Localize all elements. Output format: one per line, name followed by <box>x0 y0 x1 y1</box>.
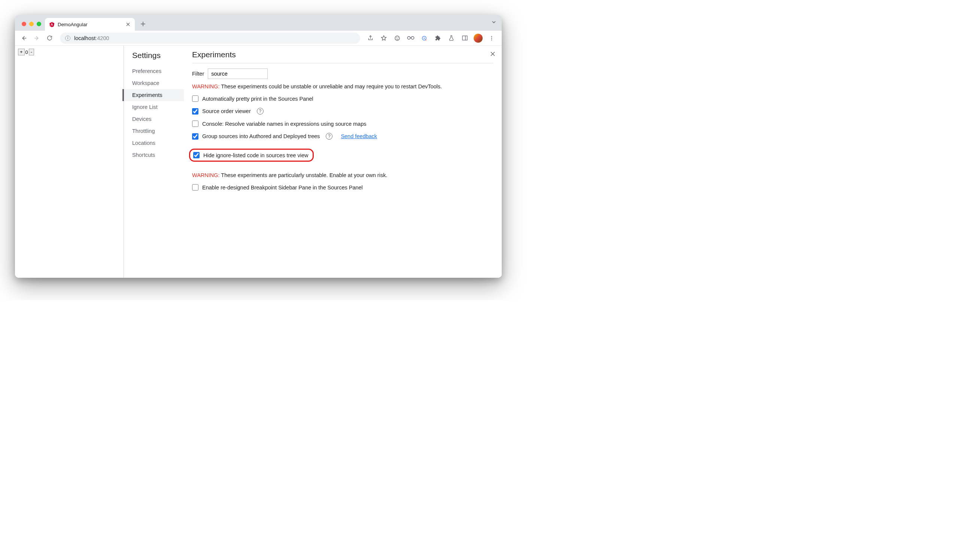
experiment-label: Group sources into Authored and Deployed… <box>202 133 320 139</box>
experiment-checkbox[interactable] <box>192 133 198 140</box>
extension-icon-1[interactable] <box>392 33 402 43</box>
filter-row: Filter <box>192 68 493 79</box>
svg-point-2 <box>398 37 398 38</box>
sidebar-item-preferences[interactable]: Preferences <box>132 65 184 77</box>
settings-sidebar-title: Settings <box>132 51 184 60</box>
increment-button[interactable]: + <box>18 49 25 55</box>
experiment-checkbox[interactable] <box>192 121 198 127</box>
counter-value: 0 <box>25 49 29 55</box>
experiment-row: Hide ignore-listed code in sources tree … <box>193 152 308 159</box>
experiment-label: Hide ignore-listed code in sources tree … <box>203 152 308 159</box>
counter-widget: + 0 - <box>18 49 34 55</box>
experiment-row: Automatically pretty print in the Source… <box>192 95 493 102</box>
window-minimize-button[interactable] <box>29 22 34 26</box>
warning-particularly-unstable-line: WARNING: These experiments are particula… <box>192 172 493 178</box>
profile-avatar[interactable] <box>473 33 483 43</box>
svg-point-6 <box>424 37 425 39</box>
url-text: localhost:4200 <box>74 35 109 41</box>
extension-icon-3[interactable] <box>419 33 429 43</box>
svg-point-10 <box>491 37 492 38</box>
experiment-row: Console: Resolve variable names in expre… <box>192 121 493 127</box>
labs-flask-icon[interactable] <box>446 33 456 43</box>
svg-rect-7 <box>462 36 467 40</box>
unstable-experiment-checkbox[interactable] <box>192 184 198 191</box>
extension-icon-2[interactable] <box>406 33 416 43</box>
experiment-row: Group sources into Authored and Deployed… <box>192 133 493 140</box>
main-area: + 0 - Settings PreferencesWorkspaceExper… <box>15 46 502 278</box>
svg-point-11 <box>491 39 492 40</box>
unstable-experiment-row: Enable re-designed Breakpoint Sidebar Pa… <box>192 184 493 191</box>
sidebar-item-throttling[interactable]: Throttling <box>132 125 184 137</box>
share-icon[interactable] <box>365 33 375 43</box>
site-info-icon[interactable]: i <box>65 36 70 41</box>
warning2-prefix: WARNING: <box>192 172 220 178</box>
highlighted-experiment: Hide ignore-listed code in sources tree … <box>189 149 314 162</box>
sidebar-item-workspace[interactable]: Workspace <box>132 77 184 89</box>
back-button[interactable] <box>19 33 29 44</box>
warning2-text: These experiments are particularly unsta… <box>220 172 387 178</box>
browser-tab[interactable]: DemoAngular <box>45 18 135 31</box>
experiment-row: Source order viewer? <box>192 108 493 115</box>
experiment-checkbox[interactable] <box>192 108 198 115</box>
sidebar-item-ignore-list[interactable]: Ignore List <box>132 101 184 113</box>
svg-point-9 <box>491 36 492 37</box>
experiment-label: Automatically pretty print in the Source… <box>202 96 313 102</box>
experiments-heading: Experiments <box>192 50 493 63</box>
address-bar[interactable]: i localhost:4200 <box>60 32 360 44</box>
decrement-button[interactable]: - <box>29 49 34 55</box>
sidebar-item-shortcuts[interactable]: Shortcuts <box>132 149 184 161</box>
help-icon[interactable]: ? <box>326 133 332 140</box>
close-tab-button[interactable] <box>125 21 131 28</box>
warning-unstable-line: WARNING: These experiments could be unst… <box>192 84 493 89</box>
window-maximize-button[interactable] <box>37 22 41 26</box>
experiment-checkbox[interactable] <box>193 152 199 159</box>
sidebar-item-locations[interactable]: Locations <box>132 137 184 149</box>
experiment-checkbox[interactable] <box>192 95 198 102</box>
page-content: + 0 - <box>15 46 123 278</box>
side-panel-icon[interactable] <box>460 33 470 43</box>
kebab-menu-icon[interactable] <box>487 33 496 43</box>
new-tab-button[interactable] <box>138 19 148 29</box>
send-feedback-link[interactable]: Send feedback <box>341 133 377 139</box>
tab-bar: DemoAngular <box>15 15 502 31</box>
window-close-button[interactable] <box>22 22 26 26</box>
sidebar-item-experiments[interactable]: Experiments <box>122 89 184 101</box>
extensions-puzzle-icon[interactable] <box>433 33 443 43</box>
settings-sidebar: Settings PreferencesWorkspaceExperiments… <box>124 46 184 278</box>
svg-point-3 <box>407 36 410 39</box>
experiment-label: Console: Resolve variable names in expre… <box>202 121 366 127</box>
url-host: localhost <box>74 35 96 41</box>
warning-text: These experiments could be unstable or u… <box>220 84 442 89</box>
settings-content: Experiments Filter WARNING: These experi… <box>184 46 502 278</box>
window-controls <box>19 22 45 31</box>
forward-button[interactable] <box>31 33 42 44</box>
browser-toolbar: i localhost:4200 <box>15 31 502 46</box>
experiment-label: Source order viewer <box>202 108 251 114</box>
svg-point-4 <box>411 36 414 39</box>
reload-button[interactable] <box>44 33 55 44</box>
tab-title: DemoAngular <box>58 22 122 28</box>
bookmark-star-icon[interactable] <box>379 33 389 43</box>
url-port: :4200 <box>96 35 109 41</box>
devtools-settings-panel: Settings PreferencesWorkspaceExperiments… <box>123 46 502 278</box>
filter-input[interactable] <box>208 68 268 79</box>
angular-icon <box>49 21 55 28</box>
unstable-experiment-label: Enable re-designed Breakpoint Sidebar Pa… <box>202 185 363 191</box>
filter-label: Filter <box>192 71 204 77</box>
svg-point-0 <box>395 36 399 40</box>
sidebar-item-devices[interactable]: Devices <box>132 113 184 125</box>
warning-prefix: WARNING: <box>192 84 220 89</box>
svg-point-1 <box>396 37 397 38</box>
toolbar-right <box>365 33 498 43</box>
tabs-overflow-button[interactable] <box>491 19 496 25</box>
help-icon[interactable]: ? <box>257 108 264 115</box>
browser-window: DemoAngular i localhost:4200 <box>15 15 502 278</box>
